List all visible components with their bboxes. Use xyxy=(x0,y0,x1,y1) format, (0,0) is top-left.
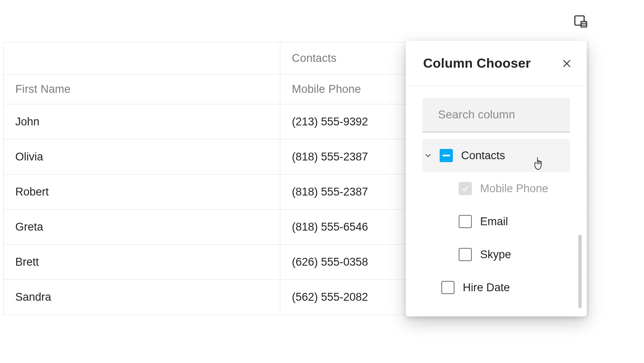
header-first-name-empty xyxy=(4,42,280,74)
tree-item-mobile-phone[interactable]: Mobile Phone xyxy=(422,172,570,205)
header-first-name[interactable]: First Name xyxy=(4,75,280,104)
column-chooser-header: Column Chooser xyxy=(406,41,587,86)
cell-first-name: Brett xyxy=(4,245,280,279)
checkbox-unchecked[interactable] xyxy=(459,215,472,228)
close-icon xyxy=(562,59,572,68)
tree-item-hire-date[interactable]: Hire Date xyxy=(422,271,570,304)
tree-item-email[interactable]: Email xyxy=(422,205,570,238)
cell-first-name: Sandra xyxy=(4,280,280,315)
column-chooser-popup: Column Chooser Contacts xyxy=(406,41,587,316)
cell-first-name: Robert xyxy=(4,174,280,209)
tree-item-label: Contacts xyxy=(461,149,505,162)
tree-item-skype[interactable]: Skype xyxy=(422,238,570,271)
tree-item-contacts[interactable]: Contacts xyxy=(422,139,570,172)
chevron-down-icon[interactable] xyxy=(422,150,434,161)
column-tree: Contacts Mobile Phone Email Skype Hire D… xyxy=(422,139,570,308)
tree-item-label: Skype xyxy=(480,248,511,261)
cell-first-name: Olivia xyxy=(4,139,280,174)
column-chooser-icon xyxy=(573,14,588,29)
column-chooser-body: Contacts Mobile Phone Email Skype Hire D… xyxy=(406,86,587,316)
column-chooser-button[interactable] xyxy=(571,12,590,31)
close-button[interactable] xyxy=(559,56,574,71)
search-input[interactable] xyxy=(438,108,586,121)
tree-item-label: Hire Date xyxy=(463,281,510,294)
checkbox-checked-disabled xyxy=(459,182,472,195)
svg-rect-1 xyxy=(581,21,587,27)
column-chooser-title: Column Chooser xyxy=(423,56,531,71)
checkbox-indeterminate[interactable] xyxy=(440,149,453,162)
cell-first-name: Greta xyxy=(4,210,280,244)
tree-item-label: Email xyxy=(480,215,508,228)
tree-item-label: Mobile Phone xyxy=(480,182,548,195)
checkbox-unchecked[interactable] xyxy=(441,281,455,294)
search-box[interactable] xyxy=(422,98,570,132)
checkbox-unchecked[interactable] xyxy=(459,248,472,261)
scrollbar-thumb[interactable] xyxy=(578,235,582,308)
cell-first-name: John xyxy=(4,104,280,139)
